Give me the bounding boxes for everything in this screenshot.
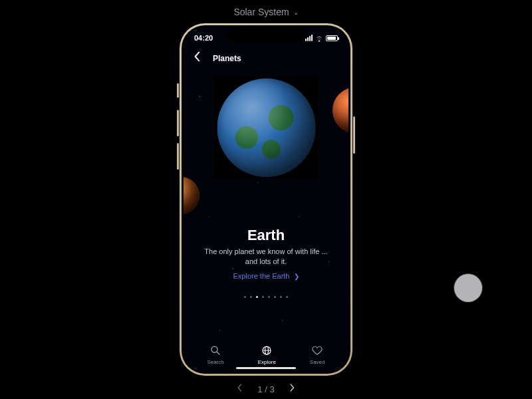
tab-search[interactable]: Search bbox=[207, 344, 223, 365]
tab-label: Saved bbox=[310, 359, 325, 365]
phone-volume-up bbox=[177, 110, 179, 136]
pager-label: 1 / 3 bbox=[257, 384, 274, 394]
tab-bar: Search Explore Saved bbox=[184, 344, 348, 365]
device-mockup: 04:20 Planets bbox=[180, 23, 352, 376]
svg-point-0 bbox=[211, 346, 217, 352]
app-header: Planets bbox=[184, 51, 348, 65]
venus-icon bbox=[184, 177, 200, 214]
slide-pager: 1 / 3 bbox=[236, 383, 295, 395]
prev-planet-peek[interactable] bbox=[184, 177, 200, 214]
phone-power-button bbox=[353, 116, 355, 154]
carousel-dot[interactable] bbox=[256, 296, 258, 298]
next-planet-peek[interactable] bbox=[332, 87, 348, 134]
phone-notch bbox=[226, 27, 306, 42]
heart-icon bbox=[311, 344, 324, 357]
tab-label: Explore bbox=[258, 359, 276, 365]
earth-icon bbox=[217, 78, 315, 177]
carousel-dot[interactable] bbox=[268, 296, 270, 298]
globe-icon bbox=[260, 344, 273, 357]
carousel-dot[interactable] bbox=[262, 296, 264, 298]
tab-saved[interactable]: Saved bbox=[310, 344, 325, 365]
signal-icon bbox=[305, 35, 313, 41]
phone-mute-switch bbox=[177, 83, 179, 98]
tab-label: Search bbox=[207, 359, 223, 365]
carousel-dot[interactable] bbox=[286, 296, 288, 298]
svg-line-1 bbox=[217, 352, 219, 354]
search-icon bbox=[209, 344, 222, 357]
chevron-down-icon: ⌄ bbox=[293, 9, 299, 16]
annotation-marker[interactable] bbox=[454, 274, 482, 302]
carousel-dot[interactable] bbox=[250, 296, 252, 298]
app-screen: 04:20 Planets bbox=[184, 27, 348, 372]
tab-explore[interactable]: Explore bbox=[258, 344, 276, 365]
explore-link[interactable]: Explore the Earth ❯ bbox=[184, 272, 348, 280]
wifi-icon bbox=[315, 35, 323, 41]
explore-link-label: Explore the Earth bbox=[233, 272, 290, 280]
chevron-right-icon: ❯ bbox=[294, 273, 299, 280]
featured-planet-image[interactable] bbox=[215, 76, 318, 179]
carousel-dot[interactable] bbox=[274, 296, 276, 298]
collection-dropdown[interactable]: Solar System ⌄ bbox=[233, 7, 298, 17]
planet-name: Earth bbox=[184, 227, 348, 244]
carousel-dot[interactable] bbox=[244, 296, 246, 298]
mars-icon bbox=[332, 87, 348, 134]
planet-description: The only planet we know of with life ...… bbox=[184, 247, 348, 267]
pager-prev[interactable] bbox=[236, 383, 243, 395]
collection-label: Solar System bbox=[233, 7, 289, 17]
home-indicator[interactable] bbox=[236, 367, 296, 369]
carousel-dot[interactable] bbox=[280, 296, 282, 298]
screen-title: Planets bbox=[213, 54, 241, 63]
pager-next[interactable] bbox=[289, 383, 296, 395]
battery-icon bbox=[326, 35, 338, 41]
status-time: 04:20 bbox=[194, 34, 213, 42]
back-button[interactable] bbox=[193, 51, 201, 65]
carousel-dots[interactable] bbox=[184, 296, 348, 298]
phone-volume-down bbox=[177, 143, 179, 170]
